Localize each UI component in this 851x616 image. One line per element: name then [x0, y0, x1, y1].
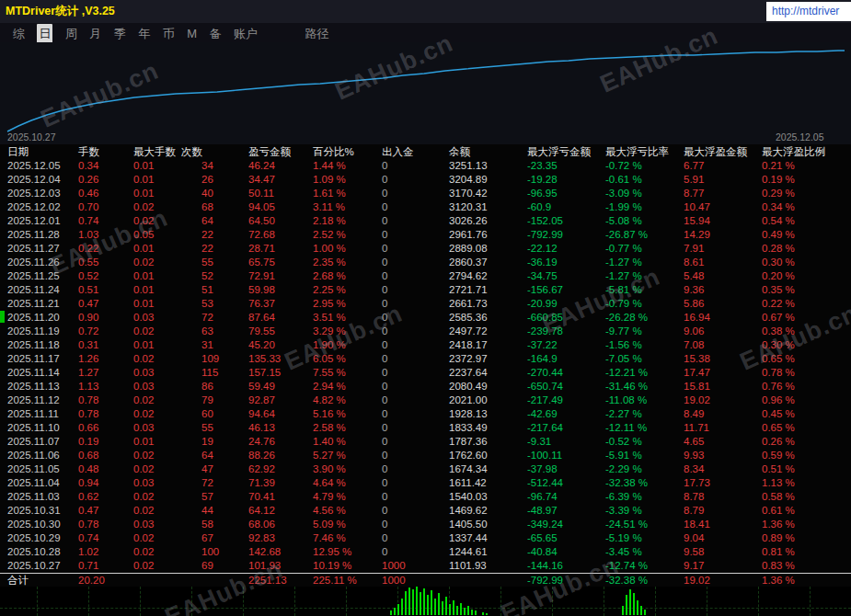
cell-balance: 2661.73: [449, 297, 527, 311]
cell-count: 115: [181, 366, 248, 380]
cell-inout: 0: [382, 449, 449, 462]
cell-max-lots: 0.02: [133, 407, 181, 421]
cell-max-float-loss: -144.16: [527, 559, 605, 573]
cell-lots: 0.34: [78, 159, 133, 173]
cell-max-float-profit: 15.94: [684, 214, 762, 228]
cell-lots: 0.26: [78, 173, 133, 187]
menu-item[interactable]: 日: [37, 24, 52, 43]
menu-item[interactable]: M: [187, 24, 197, 43]
menu-item[interactable]: 路径: [305, 24, 328, 43]
cell-lots: 0.47: [78, 504, 133, 518]
cell-max-float-profit-pct: 0.76 %: [762, 380, 851, 394]
cell-pl: 59.49: [248, 380, 313, 394]
cell-max-float-profit: 9.04: [684, 531, 762, 545]
volume-bar: [622, 606, 624, 615]
cell-count: 69: [181, 559, 248, 573]
cell-pl: 59.98: [248, 283, 313, 297]
cell-date: 2025.11.05: [7, 462, 78, 476]
column-header: 手数: [78, 144, 133, 159]
cell-max-float-profit-pct: 0.51 %: [762, 462, 851, 476]
cell-balance: 1928.13: [449, 407, 527, 421]
menu-item[interactable]: 季: [114, 24, 126, 43]
cell-max-lots: 0.02: [133, 256, 181, 269]
cell-max-float-loss-pct: -5.81 %: [605, 283, 684, 297]
cell-max-float-loss-pct: -6.39 %: [605, 490, 684, 504]
cell-max-float-profit-pct: 0.19 %: [762, 173, 851, 187]
volume-bar: [408, 587, 410, 615]
cell-max-float-loss-pct: -5.19 %: [605, 531, 684, 545]
cell-max-float-profit-pct: 0.61 %: [762, 504, 851, 518]
cell-pl: 70.41: [248, 490, 313, 504]
menu-item[interactable]: 备: [209, 24, 221, 43]
menu-item[interactable]: 年: [138, 24, 150, 43]
cell-inout: 0: [382, 435, 449, 449]
cell-lots: 0.74: [78, 214, 133, 228]
cell-inout: 0: [382, 462, 449, 476]
volume-bar: [405, 591, 407, 615]
cell-pct: 2.35 %: [313, 256, 382, 269]
cell-max-float-loss: -96.95: [527, 187, 605, 200]
cell-max-float-profit-pct: 0.89 %: [762, 531, 851, 545]
cell-balance: 3204.89: [449, 173, 527, 187]
cell-balance: 2860.37: [449, 256, 527, 269]
cell-max-float-loss: -60.9: [527, 200, 605, 214]
cell-max-float-loss: -48.97: [527, 504, 605, 518]
volume-bar: [438, 593, 440, 615]
cell-inout: 0: [382, 380, 449, 394]
url-link[interactable]: http://mtdriver: [766, 2, 851, 21]
cell-pct: 1.40 %: [313, 435, 382, 449]
cell-max-float-profit-pct: 0.28 %: [762, 242, 851, 256]
cell-max-float-loss: -37.22: [527, 338, 605, 352]
cell-max-float-loss-pct: -2.27 %: [605, 407, 684, 421]
cell-date: 2025.10.27: [7, 559, 78, 573]
cell-inout: 0: [382, 297, 449, 311]
volume-bar: [394, 608, 396, 615]
cell-max-lots: 0.03: [133, 366, 181, 380]
cell-max-float-profit: 17.47: [684, 366, 762, 380]
cell-max-float-loss: -660.85: [527, 311, 605, 325]
cell-max-float-profit-pct: 0.54 %: [762, 214, 851, 228]
cell-pct: 5.27 %: [313, 449, 382, 462]
grid-line-vertical: [758, 587, 759, 616]
cell-max-float-loss-pct: -1.27 %: [605, 269, 684, 283]
volume-bar: [423, 588, 425, 615]
cell-balance: 1405.50: [449, 518, 527, 531]
cell-pct: 1.44 %: [313, 159, 382, 173]
cell-pl: 87.64: [248, 311, 313, 325]
cell-lots: 0.31: [78, 338, 133, 352]
table-row: 2025.11.27 0.22 0.01 22 28.71 1.00 % 0 2…: [0, 242, 851, 256]
cell-max-lots: 0.02: [133, 462, 181, 476]
cell-count: 34: [181, 159, 248, 173]
cell-date: 2025.10.28: [7, 545, 78, 559]
table-row: 2025.11.17 1.26 0.02 109 135.33 6.05 % 0…: [0, 352, 851, 366]
cell-count: 109: [181, 352, 248, 366]
menu-item[interactable]: 综: [13, 24, 25, 43]
cell-inout: 0: [382, 200, 449, 214]
cell-max-float-loss-pct: -12.21 %: [605, 366, 684, 380]
cell-max-float-profit: 17.73: [684, 476, 762, 490]
menu-item[interactable]: 账户: [234, 24, 258, 43]
menu-item[interactable]: 周: [65, 24, 77, 43]
table-row: 2025.11.11 0.78 0.02 60 94.64 5.16 % 0 1…: [0, 407, 851, 421]
menu-item[interactable]: 币: [163, 24, 175, 43]
volume-bar: [460, 603, 462, 615]
menu-item[interactable]: 月: [89, 24, 101, 43]
cell-lots: 0.47: [78, 297, 133, 311]
mtdriver-stats-panel: MTDriver统计 ,V3.25 http://mtdriver 综 日 周 …: [0, 0, 851, 616]
table-row: 2025.11.06 0.68 0.02 64 88.26 5.27 % 0 1…: [0, 449, 851, 462]
cell-pct: 1.61 %: [313, 187, 382, 200]
cell-max-float-profit: 5.86: [684, 297, 762, 311]
cell-inout: 0: [382, 407, 449, 421]
cell-pl: 45.20: [248, 338, 313, 352]
column-header: 次数: [181, 144, 248, 159]
cell-pct: 2.18 %: [313, 214, 382, 228]
cell-date: 2025.10.29: [7, 531, 78, 545]
equity-chart: 2025.10.27 2025.12.05: [0, 42, 851, 144]
cell-balance: 1833.49: [449, 421, 527, 435]
cell-max-float-loss-pct: -0.72 %: [605, 159, 684, 173]
volume-bar: [486, 613, 488, 615]
cell-balance: 1469.62: [449, 504, 527, 518]
table-row: 2025.11.07 0.19 0.01 19 24.76 1.40 % 0 1…: [0, 435, 851, 449]
cell-max-float-loss: -349.24: [527, 518, 605, 531]
cell-inout: 0: [382, 531, 449, 545]
